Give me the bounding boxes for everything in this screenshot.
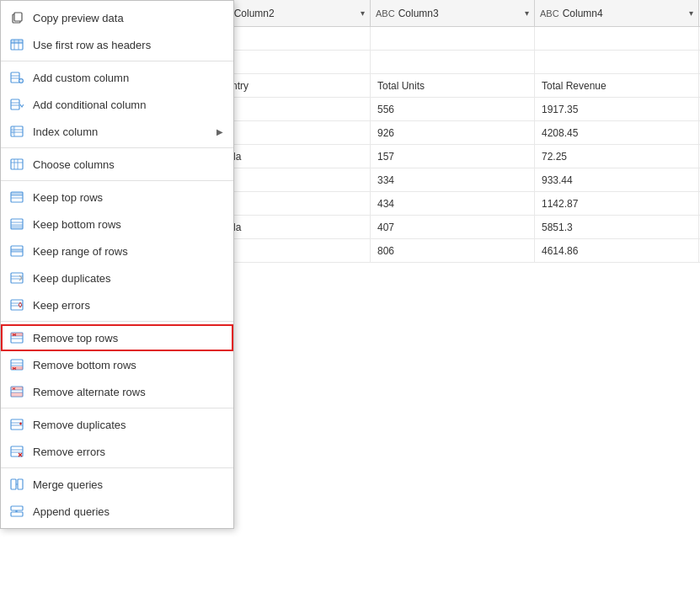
menu-item-remove-bottom-rows[interactable]: Remove bottom rows <box>1 351 233 378</box>
menu-item-choose-columns[interactable]: Choose columns <box>1 151 233 178</box>
submenu-arrow-icon: ▶ <box>216 127 223 136</box>
menu-item-index-column[interactable]: 123Index column▶ <box>1 118 233 145</box>
svg-rect-65 <box>11 392 23 397</box>
menu-label-remove-alternate-rows: Remove alternate rows <box>33 386 223 398</box>
remove-bottom-icon <box>8 355 26 374</box>
cell-col3: 434 <box>371 192 535 215</box>
menu-label-add-custom-col: Add custom column <box>33 72 223 84</box>
remove-top-icon <box>8 328 26 347</box>
merge-icon <box>8 475 26 494</box>
add-custom-icon <box>8 68 26 87</box>
svg-rect-43 <box>11 273 23 283</box>
svg-rect-38 <box>11 226 23 229</box>
menu-separator <box>1 408 233 408</box>
svg-rect-42 <box>11 249 23 252</box>
menu-separator <box>1 147 233 148</box>
col3-type-icon: ABC <box>376 8 395 19</box>
col4-name: Column4 <box>563 8 686 19</box>
menu-label-choose-columns: Choose columns <box>33 158 223 171</box>
menu-label-copy-preview: Copy preview data <box>33 12 223 24</box>
menu-item-add-custom-col[interactable]: Add custom column <box>1 64 233 91</box>
remove-err-icon <box>8 442 26 461</box>
svg-rect-79 <box>18 479 23 489</box>
cell-col4: 4614.86 <box>535 239 699 262</box>
cell-col4: 5851.3 <box>535 216 699 238</box>
cell-col3: 157 <box>371 145 535 168</box>
use-header-icon <box>8 35 26 54</box>
menu-separator <box>1 180 233 181</box>
cell-col3 <box>371 51 535 73</box>
menu-label-use-first-row: Use first row as headers <box>33 39 223 51</box>
menu-label-remove-top-rows: Remove top rows <box>33 332 223 344</box>
menu-label-keep-errors: Keep errors <box>33 299 223 312</box>
menu-label-remove-duplicates: Remove duplicates <box>33 419 223 431</box>
svg-rect-78 <box>11 479 16 489</box>
menu-label-index-column: Index column <box>33 125 216 138</box>
context-menu: Copy preview dataUse first row as header… <box>0 0 234 529</box>
menu-item-keep-top-rows[interactable]: Keep top rows <box>1 184 233 211</box>
svg-rect-46 <box>11 300 23 310</box>
menu-item-append-queries[interactable]: Append queries <box>1 498 233 525</box>
menu-item-remove-errors[interactable]: Remove errors <box>1 438 233 465</box>
svg-text:3: 3 <box>13 132 14 136</box>
menu-label-keep-top-rows: Keep top rows <box>33 191 223 204</box>
menu-item-remove-duplicates[interactable]: Remove duplicates <box>1 411 233 438</box>
svg-rect-5 <box>14 13 22 21</box>
keep-err-icon <box>8 296 26 314</box>
add-conditional-icon <box>8 95 26 114</box>
svg-rect-34 <box>11 192 23 195</box>
menu-label-merge-queries: Merge queries <box>33 478 223 491</box>
cell-col3: 806 <box>371 239 535 262</box>
svg-rect-81 <box>11 506 23 510</box>
column3-header[interactable]: ABC Column3 ▾ <box>371 0 535 26</box>
cell-col4 <box>535 51 699 73</box>
svg-rect-11 <box>11 72 19 83</box>
col4-type-icon: ABC <box>540 8 559 19</box>
choose-cols-icon <box>8 155 26 174</box>
menu-label-add-conditional-col: Add conditional column <box>33 99 223 111</box>
cell-col3: Total Units <box>371 74 535 97</box>
cell-col4: 1142.87 <box>535 192 699 215</box>
menu-label-keep-duplicates: Keep duplicates <box>33 272 223 285</box>
cell-col3: 334 <box>371 168 535 191</box>
keep-top-icon <box>8 188 26 206</box>
menu-item-keep-errors[interactable]: Keep errors <box>1 291 233 318</box>
svg-rect-10 <box>11 40 23 43</box>
menu-separator <box>1 321 233 322</box>
svg-rect-82 <box>11 512 23 516</box>
col4-dropdown-icon[interactable]: ▾ <box>689 8 693 18</box>
col2-name: Column2 <box>234 8 357 19</box>
menu-item-keep-duplicates[interactable]: Keep duplicates <box>1 264 233 291</box>
col3-name: Column3 <box>398 8 521 19</box>
menu-item-remove-top-rows[interactable]: Remove top rows <box>1 324 233 351</box>
keep-bottom-icon <box>8 215 26 233</box>
menu-item-keep-bottom-rows[interactable]: Keep bottom rows <box>1 211 233 238</box>
cell-col3: 926 <box>371 121 535 144</box>
keep-range-icon <box>8 242 26 260</box>
column4-header[interactable]: ABC Column4 ▾ <box>535 0 699 26</box>
cell-col4: Total Revenue <box>535 74 699 97</box>
menu-item-keep-range-rows[interactable]: Keep range of rows <box>1 238 233 264</box>
cell-col3 <box>371 27 535 50</box>
menu-label-append-queries: Append queries <box>33 505 223 518</box>
cell-col3: 556 <box>371 98 535 120</box>
menu-separator <box>1 467 233 468</box>
cell-col3: 407 <box>371 216 535 238</box>
menu-item-merge-queries[interactable]: Merge queries <box>1 471 233 498</box>
cell-col4: 4208.45 <box>535 121 699 144</box>
keep-dup-icon <box>8 269 26 287</box>
menu-item-use-first-row[interactable]: Use first row as headers <box>1 31 233 58</box>
remove-alt-icon <box>8 382 26 401</box>
menu-item-remove-alternate-rows[interactable]: Remove alternate rows <box>1 378 233 405</box>
cell-col4 <box>535 27 699 50</box>
remove-dup-icon <box>8 415 26 434</box>
index-icon: 123 <box>8 122 26 141</box>
menu-item-copy-preview[interactable]: Copy preview data <box>1 4 233 31</box>
cell-col4: 933.44 <box>535 168 699 191</box>
menu-separator <box>1 61 233 61</box>
menu-label-keep-range-rows: Keep range of rows <box>33 245 223 258</box>
menu-item-add-conditional-col[interactable]: Add conditional column <box>1 91 233 118</box>
col3-dropdown-icon[interactable]: ▾ <box>525 8 529 18</box>
cell-col4: 72.25 <box>535 145 699 168</box>
col2-dropdown-icon[interactable]: ▾ <box>361 8 365 18</box>
